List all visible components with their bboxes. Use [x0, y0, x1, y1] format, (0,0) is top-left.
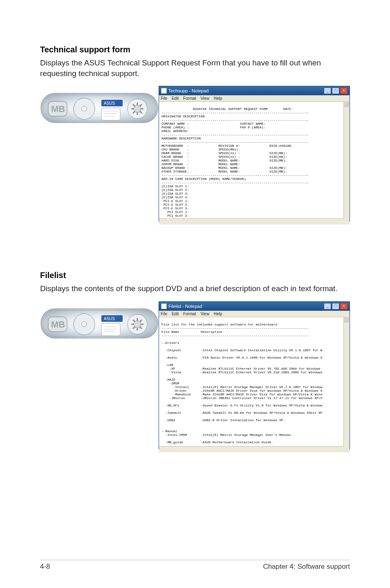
horizontal-scrollbar[interactable]: [159, 446, 344, 452]
menu-format[interactable]: Format: [183, 312, 196, 316]
close-button[interactable]: ×: [340, 303, 347, 310]
svg-rect-8: [101, 108, 120, 120]
svg-text:ASUS: ASUS: [104, 101, 115, 105]
heading-filelist: Filelist: [40, 271, 350, 280]
chapter-label: Chapter 4: Software support: [263, 563, 350, 571]
maximize-button[interactable]: □: [332, 303, 339, 310]
svg-rect-22: [41, 123, 158, 129]
menu-bar[interactable]: File Edit Format View Help: [159, 95, 350, 102]
svg-text:MB: MB: [51, 104, 65, 114]
window-title-text: Techsupp - Notepad: [168, 88, 208, 93]
vertical-scrollbar[interactable]: [343, 102, 350, 224]
window-title-text: Filelist - Notepad: [168, 304, 202, 309]
menu-help[interactable]: Help: [214, 96, 222, 101]
lead-techsupport: Displays the ASUS Technical Support Requ…: [40, 58, 350, 79]
notepad-icon: [161, 303, 167, 309]
maximize-button[interactable]: □: [332, 88, 339, 94]
svg-rect-31: [101, 323, 120, 336]
filelist-text: File list for the included support softw…: [161, 323, 323, 444]
menu-bar[interactable]: File Edit Format View Help: [159, 311, 350, 317]
svg-text:ASUS: ASUS: [104, 316, 115, 321]
notepad-body[interactable]: File list for the included support softw…: [159, 317, 350, 452]
minimize-button[interactable]: _: [324, 88, 331, 94]
svg-point-5: [82, 106, 87, 111]
menu-format[interactable]: Format: [183, 96, 196, 101]
menu-file[interactable]: File: [161, 96, 167, 101]
lead-filelist: Displays the contents of the support DVD…: [40, 283, 350, 294]
close-button[interactable]: ×: [340, 88, 347, 94]
menu-view[interactable]: View: [200, 312, 209, 316]
menu-edit[interactable]: Edit: [172, 96, 179, 101]
notepad-body[interactable]: ASUSTeK TECHNICAL SUPPORT REQUEST FORM D…: [159, 102, 350, 224]
minimize-button[interactable]: _: [324, 303, 331, 310]
disc-illustration-1: MB ASUS: [40, 86, 159, 135]
svg-text:MB: MB: [51, 319, 65, 330]
vertical-scrollbar[interactable]: [343, 317, 350, 452]
window-titlebar[interactable]: Filelist - Notepad _ □ ×: [159, 302, 350, 311]
page-number: 4-8: [40, 563, 50, 571]
notepad-icon: [161, 88, 167, 94]
heading-techsupport: Technical support form: [40, 45, 350, 54]
menu-edit[interactable]: Edit: [172, 312, 179, 316]
window-titlebar[interactable]: Techsupp - Notepad _ □ ×: [159, 86, 350, 95]
disc-illustration-2: MB ASUS: [40, 301, 159, 350]
techsupp-text: ASUSTeK TECHNICAL SUPPORT REQUEST FORM D…: [161, 107, 309, 224]
horizontal-scrollbar[interactable]: [159, 218, 344, 224]
menu-file[interactable]: File: [161, 312, 167, 316]
notepad-window-techsupp: Techsupp - Notepad _ □ × File Edit Forma…: [159, 86, 350, 222]
svg-point-28: [82, 322, 87, 327]
notepad-window-filelist: Filelist - Notepad _ □ × File Edit Forma…: [159, 301, 350, 449]
menu-view[interactable]: View: [200, 96, 209, 101]
menu-help[interactable]: Help: [214, 312, 222, 316]
